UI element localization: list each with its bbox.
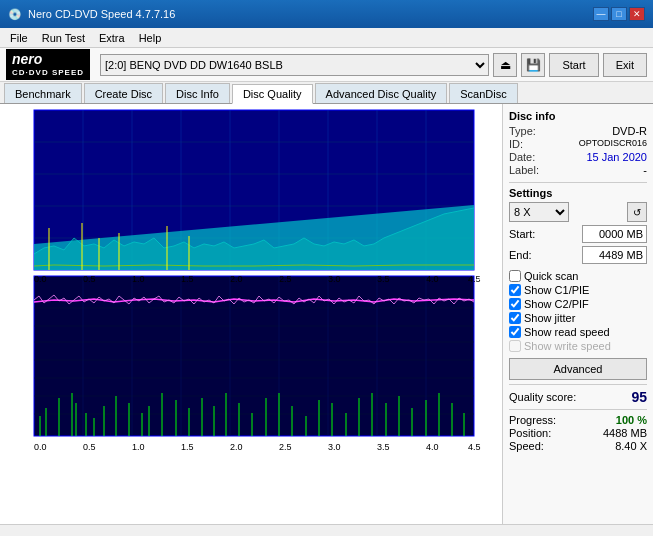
svg-text:6: 6 [25,328,30,338]
end-input[interactable] [582,246,647,264]
svg-text:3.5: 3.5 [377,442,390,452]
svg-text:3.0: 3.0 [328,274,341,284]
svg-text:4: 4 [25,234,30,244]
progress-value: 100 % [616,414,647,426]
menu-run-test[interactable]: Run Test [36,31,91,45]
svg-text:1.0: 1.0 [132,274,145,284]
svg-text:12: 12 [20,170,30,180]
settings-section: Settings 8 X ↺ Start: End: [509,187,647,264]
close-button[interactable]: ✕ [629,7,645,21]
bottom-stats: PI Errors Average: 1.26 Maximum: 15 Tota… [0,524,653,536]
divider-1 [509,182,647,183]
svg-text:4: 4 [478,234,483,244]
show-read-speed-checkbox[interactable] [509,326,521,338]
date-label: Date: [509,151,535,163]
svg-text:0.5: 0.5 [83,442,96,452]
svg-text:1.0: 1.0 [132,442,145,452]
app-title: Nero CD-DVD Speed 4.7.7.16 [28,8,175,20]
tab-disc-info[interactable]: Disc Info [165,83,230,103]
svg-text:2: 2 [25,384,30,394]
show-c2pif-checkbox[interactable] [509,298,521,310]
settings-title: Settings [509,187,647,199]
quality-score-row: Quality score: 95 [509,389,647,405]
svg-text:0.0: 0.0 [34,274,47,284]
drive-select[interactable]: [2:0] BENQ DVD DD DW1640 BSLB [100,54,489,76]
type-label: Type: [509,125,536,137]
divider-3 [509,409,647,410]
speed-label: Speed: [509,440,544,452]
svg-text:8: 8 [478,202,483,212]
svg-text:1.5: 1.5 [181,274,194,284]
quick-scan-label: Quick scan [524,270,578,282]
tabs-bar: Benchmark Create Disc Disc Info Disc Qua… [0,82,653,104]
start-input[interactable] [582,225,647,243]
svg-text:6: 6 [478,328,483,338]
end-label: End: [509,249,532,261]
svg-text:4: 4 [478,356,483,366]
svg-text:1.5: 1.5 [181,442,194,452]
tab-disc-quality[interactable]: Disc Quality [232,84,313,104]
show-c1pie-label: Show C1/PIE [524,284,589,296]
svg-text:16: 16 [478,138,488,148]
maximize-button[interactable]: □ [611,7,627,21]
main-content: 20 16 12 8 4 20 16 12 8 4 [0,104,653,524]
tab-scan-disc[interactable]: ScanDisc [449,83,517,103]
speed-value: 8.40 X [615,440,647,452]
menu-help[interactable]: Help [133,31,168,45]
id-label: ID: [509,138,523,150]
svg-text:20: 20 [20,108,30,116]
svg-text:16: 16 [20,138,30,148]
position-label: Position: [509,427,551,439]
menu-extra[interactable]: Extra [93,31,131,45]
date-value: 15 Jan 2020 [586,151,647,163]
speed-select[interactable]: 8 X [509,202,569,222]
tab-advanced-disc-quality[interactable]: Advanced Disc Quality [315,83,448,103]
show-c2pif-row: Show C2/PIF [509,298,647,310]
svg-text:0.0: 0.0 [34,442,47,452]
svg-text:4.0: 4.0 [426,274,439,284]
disc-info-section: Disc info Type: DVD-R ID: OPTODISCR016 D… [509,110,647,176]
svg-text:3.5: 3.5 [377,274,390,284]
quality-score-value: 95 [631,389,647,405]
start-button[interactable]: Start [549,53,598,77]
menu-file[interactable]: File [4,31,34,45]
svg-text:8: 8 [25,300,30,310]
progress-section: Progress: 100 % Position: 4488 MB Speed:… [509,414,647,452]
show-write-speed-label: Show write speed [524,340,611,352]
position-value: 4488 MB [603,427,647,439]
exit-button[interactable]: Exit [603,53,647,77]
show-read-speed-label: Show read speed [524,326,610,338]
quick-scan-checkbox[interactable] [509,270,521,282]
show-jitter-row: Show jitter [509,312,647,324]
tab-create-disc[interactable]: Create Disc [84,83,163,103]
show-c1pie-checkbox[interactable] [509,284,521,296]
svg-text:2: 2 [478,384,483,394]
show-write-speed-checkbox[interactable] [509,340,521,352]
svg-text:4.0: 4.0 [426,442,439,452]
progress-label: Progress: [509,414,556,426]
svg-text:3.0: 3.0 [328,442,341,452]
nero-logo: nero CD·DVD SPEED [6,49,90,79]
window-controls: — □ ✕ [593,7,645,21]
svg-text:10: 10 [478,272,488,282]
show-jitter-checkbox[interactable] [509,312,521,324]
show-write-speed-row: Show write speed [509,340,647,352]
type-value: DVD-R [612,125,647,137]
eject-icon-btn[interactable]: ⏏ [493,53,517,77]
settings-refresh-btn[interactable]: ↺ [627,202,647,222]
advanced-button[interactable]: Advanced [509,358,647,380]
show-c1pie-row: Show C1/PIE [509,284,647,296]
start-label: Start: [509,228,535,240]
divider-2 [509,384,647,385]
tab-benchmark[interactable]: Benchmark [4,83,82,103]
show-c2pif-label: Show C2/PIF [524,298,589,310]
svg-text:2.0: 2.0 [230,442,243,452]
minimize-button[interactable]: — [593,7,609,21]
label-value: - [643,164,647,176]
chart-area: 20 16 12 8 4 20 16 12 8 4 [0,104,503,524]
right-panel: Disc info Type: DVD-R ID: OPTODISCR016 D… [503,104,653,524]
svg-text:20: 20 [478,108,488,116]
disc-info-title: Disc info [509,110,647,122]
save-icon-btn[interactable]: 💾 [521,53,545,77]
menu-bar: File Run Test Extra Help [0,28,653,48]
